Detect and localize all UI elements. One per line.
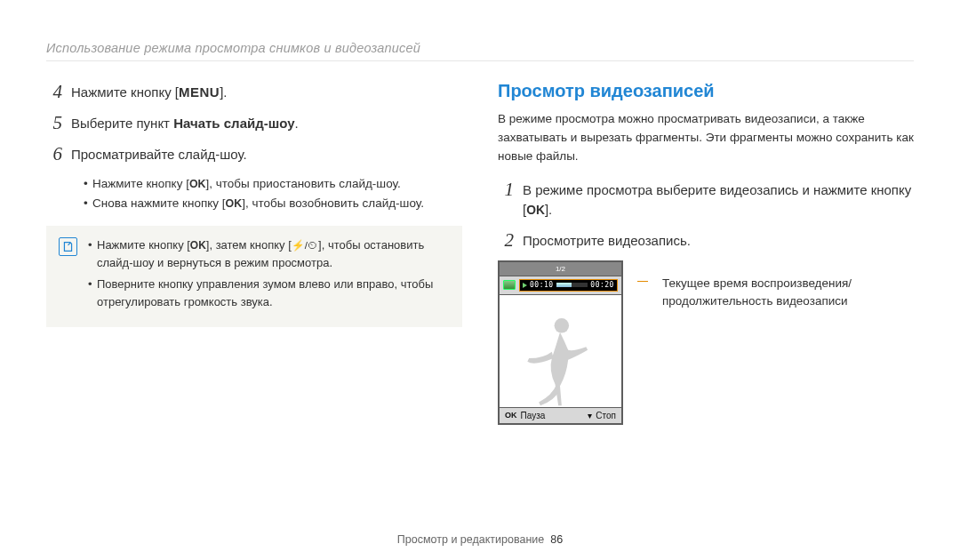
note-list: Нажмите кнопку [OK], затем кнопку [⚡/⏲],… xyxy=(88,236,450,316)
text: Нажмите кнопку [ xyxy=(71,84,179,100)
step-text: Просматривайте слайд-шоу. xyxy=(71,145,247,165)
bullet-item: Снова нажмите кнопку [OK], чтобы возобно… xyxy=(84,194,462,213)
footer-section: Просмотр и редактирование xyxy=(397,533,544,546)
stop-label: Стоп xyxy=(596,411,616,420)
note-icon xyxy=(59,237,77,256)
ok-glyph: OK xyxy=(189,178,206,190)
breadcrumb: Использование режима просмотра снимков и… xyxy=(46,41,914,55)
progress-fill xyxy=(556,283,572,287)
text: Нажмите кнопку [ xyxy=(92,177,189,190)
step-2: 2 Просмотрите видеозапись. xyxy=(498,229,914,252)
flash-timer-glyph: ⚡/⏲ xyxy=(292,237,318,253)
down-icon: ▾ xyxy=(588,411,592,420)
text: Нажмите кнопку [ xyxy=(97,238,190,252)
step-number: 1 xyxy=(498,179,514,220)
player-stage xyxy=(500,295,621,407)
step-6: 6 Просматривайте слайд-шоу. xyxy=(46,143,462,165)
page-number: 86 xyxy=(550,533,563,546)
video-player-mock: 1/2 00:10 00:20 xyxy=(498,260,623,425)
menu-glyph: MENU xyxy=(179,84,220,100)
divider xyxy=(46,60,914,61)
ok-glyph: OK xyxy=(526,204,545,217)
text: ]. xyxy=(545,202,552,217)
progress-track xyxy=(556,283,588,287)
step-5: 5 Выберите пункт Начать слайд-шоу. xyxy=(46,112,462,134)
svg-point-0 xyxy=(555,318,570,333)
step-number: 6 xyxy=(46,143,62,165)
callout-leader xyxy=(637,281,648,282)
thumbnail-icon xyxy=(503,280,516,290)
ok-glyph: OK xyxy=(505,411,517,420)
note-item: Поверните кнопку управления зумом влево … xyxy=(88,276,450,311)
bullet-item: Нажмите кнопку [OK], чтобы приостановить… xyxy=(84,174,462,194)
step-1: 1 В режиме просмотра выберите видеозапис… xyxy=(498,179,914,220)
step-number: 5 xyxy=(46,112,62,134)
callout-caption: Текущее время воспроизведения/продолжите… xyxy=(662,275,914,309)
page-footer: Просмотр и редактирование 86 xyxy=(0,533,960,546)
step-text: Выберите пункт Начать слайд-шоу. xyxy=(71,114,299,134)
intro-text: В режиме просмотра можно просматривать в… xyxy=(498,110,914,166)
step-number: 4 xyxy=(46,81,62,103)
dancer-silhouette xyxy=(511,309,609,407)
note-box: Нажмите кнопку [OK], затем кнопку [⚡/⏲],… xyxy=(46,226,462,328)
text: ], чтобы приостановить слайд-шоу. xyxy=(206,177,401,190)
text: ]. xyxy=(220,84,227,100)
step-text: В режиме просмотра выберите видеозапись … xyxy=(523,180,914,220)
left-column: 4 Нажмите кнопку [MENU]. 5 Выберите пунк… xyxy=(46,81,462,425)
text: Выберите пункт xyxy=(71,116,173,131)
text: ], чтобы возобновить слайд-шоу. xyxy=(242,196,424,210)
player-titlebar: 1/2 xyxy=(500,262,621,276)
note-item: Нажмите кнопку [OK], затем кнопку [⚡/⏲],… xyxy=(88,236,450,272)
player-caption-row: 1/2 00:10 00:20 xyxy=(498,260,914,425)
text: Снова нажмите кнопку [ xyxy=(92,196,226,210)
play-indicator-icon xyxy=(523,283,527,288)
player-footer: OK Пауза ▾ Стоп xyxy=(500,407,621,423)
text: . xyxy=(295,116,299,131)
time-bar: 00:10 00:20 xyxy=(519,279,618,292)
section-title: Просмотр видеозаписей xyxy=(498,81,914,101)
sub-bullets: Нажмите кнопку [OK], чтобы приостановить… xyxy=(46,174,462,213)
time-total: 00:20 xyxy=(590,281,614,289)
text: ], затем кнопку [ xyxy=(206,238,292,252)
time-current: 00:10 xyxy=(530,281,554,289)
right-column: Просмотр видеозаписей В режиме просмотра… xyxy=(498,81,914,425)
step-number: 2 xyxy=(498,229,514,252)
step-4: 4 Нажмите кнопку [MENU]. xyxy=(46,81,462,103)
ok-glyph: OK xyxy=(190,239,206,252)
player-topbar: 00:10 00:20 xyxy=(500,276,621,295)
clip-counter: 1/2 xyxy=(556,265,565,273)
pause-label: Пауза xyxy=(521,411,546,420)
text: В режиме просмотра выберите видеозапись … xyxy=(523,182,911,218)
bold-text: Начать слайд-шоу xyxy=(173,116,294,131)
step-text: Просмотрите видеозапись. xyxy=(523,231,691,252)
ok-glyph: OK xyxy=(226,197,243,210)
step-text: Нажмите кнопку [MENU]. xyxy=(71,83,228,103)
